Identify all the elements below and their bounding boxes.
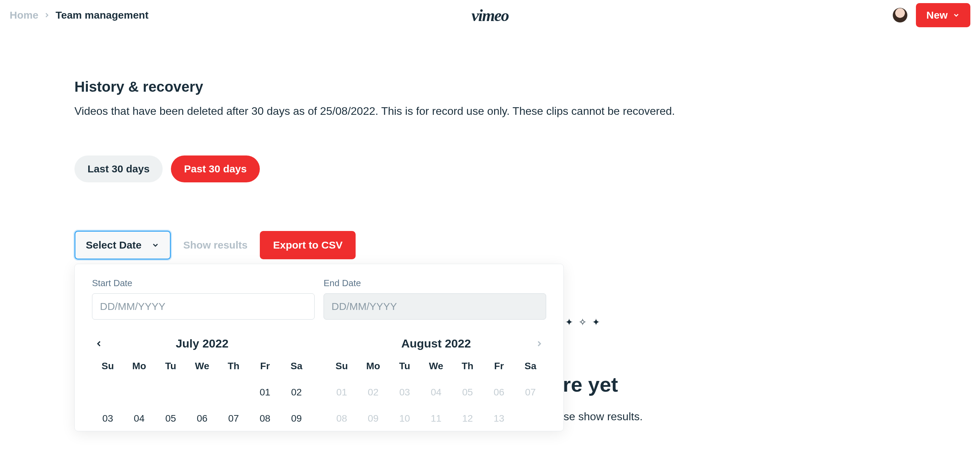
date-inputs: Start Date End Date	[92, 278, 546, 320]
calendar-day[interactable]: 06	[186, 413, 218, 424]
new-button[interactable]: New	[916, 3, 970, 27]
calendar-dow: Su	[326, 360, 357, 372]
calendar-day[interactable]: 02	[281, 387, 312, 398]
header-right: New	[892, 3, 970, 27]
chip-last-30-days[interactable]: Last 30 days	[75, 155, 163, 182]
logo[interactable]: vimeo	[471, 6, 508, 25]
main: History & recovery Videos that have been…	[0, 30, 980, 260]
calendar-right-grid: SuMoTuWeThFrSa01020304050607080910111213	[326, 360, 546, 424]
calendar-next-icon	[532, 337, 546, 351]
export-csv-button[interactable]: Export to CSV	[260, 231, 356, 259]
calendar-day: 11	[420, 413, 452, 424]
calendar-day: 01	[326, 387, 357, 398]
calendar-day[interactable]: 04	[123, 413, 155, 424]
start-date-label: Start Date	[92, 278, 315, 289]
chip-past-30-days[interactable]: Past 30 days	[171, 155, 260, 182]
avatar[interactable]	[892, 8, 908, 23]
calendar-right-title: August 2022	[401, 337, 471, 350]
calendar-dow: Su	[92, 360, 123, 372]
calendar-day: 07	[515, 387, 546, 398]
show-results-button[interactable]: Show results	[183, 239, 248, 251]
end-date-field: End Date	[324, 278, 546, 320]
calendar-left-grid: SuMoTuWeThFrSa00000000000102030405060708…	[92, 360, 312, 424]
calendar-day: 03	[389, 387, 420, 398]
end-date-label: End Date	[324, 278, 546, 289]
calendar-dow: We	[420, 360, 452, 372]
header: Home Team management vimeo New	[0, 0, 980, 30]
new-button-label: New	[926, 9, 948, 21]
select-date-button[interactable]: Select Date	[75, 231, 171, 260]
calendar-left: July 2022 SuMoTuWeThFrSa0000000000010203…	[92, 337, 312, 424]
calendar-dow: Mo	[357, 360, 389, 372]
breadcrumb: Home Team management	[10, 9, 148, 21]
breadcrumb-current: Team management	[56, 9, 148, 21]
chevron-right-icon	[43, 11, 51, 19]
calendar-day[interactable]: 01	[249, 387, 280, 398]
calendar-day: 13	[483, 413, 514, 424]
page-description: Videos that have been deleted after 30 d…	[75, 105, 905, 118]
calendar-day: 12	[452, 413, 483, 424]
calendar-day[interactable]: 05	[155, 413, 186, 424]
calendar-dow: Fr	[483, 360, 514, 372]
calendars: July 2022 SuMoTuWeThFrSa0000000000010203…	[92, 337, 546, 424]
page-title: History & recovery	[75, 78, 905, 95]
calendar-dow: Th	[218, 360, 249, 372]
calendar-day: 08	[326, 413, 357, 424]
empty-state-background: ✦ ✧ ✦ ere yet oose show results.	[551, 316, 643, 423]
sparkle-icon: ✦ ✧ ✦	[551, 316, 643, 328]
calendar-dow: Th	[452, 360, 483, 372]
calendar-day[interactable]: 03	[92, 413, 123, 424]
calendar-dow: Fr	[249, 360, 280, 372]
calendar-day[interactable]: 08	[249, 413, 280, 424]
breadcrumb-home[interactable]: Home	[10, 9, 38, 21]
calendar-dow: We	[186, 360, 218, 372]
calendar-right: August 2022 SuMoTuWeThFrSa01020304050607…	[326, 337, 546, 424]
calendar-day: 02	[357, 387, 389, 398]
start-date-field: Start Date	[92, 278, 315, 320]
start-date-input[interactable]	[92, 293, 315, 320]
date-picker-popover: Start Date End Date July 2022 Su	[75, 264, 564, 431]
empty-state-title: ere yet	[551, 373, 643, 396]
date-range-chips: Last 30 days Past 30 days	[75, 155, 905, 182]
calendar-dow: Sa	[515, 360, 546, 372]
calendar-left-title: July 2022	[176, 337, 229, 350]
calendar-day: 06	[483, 387, 514, 398]
select-date-label: Select Date	[86, 239, 142, 251]
empty-state-desc: oose show results.	[551, 410, 643, 423]
calendar-dow: Mo	[123, 360, 155, 372]
chevron-down-icon	[953, 11, 960, 19]
calendar-day: 09	[357, 413, 389, 424]
action-row: Select Date Show results Export to CSV S…	[75, 231, 905, 260]
calendar-day[interactable]: 07	[218, 413, 249, 424]
calendar-dow: Tu	[389, 360, 420, 372]
calendar-dow: Sa	[281, 360, 312, 372]
calendar-dow: Tu	[155, 360, 186, 372]
calendar-day: 04	[420, 387, 452, 398]
calendar-day: 05	[452, 387, 483, 398]
calendar-prev-icon[interactable]	[92, 337, 106, 351]
end-date-input[interactable]	[324, 293, 546, 320]
calendar-day: 10	[389, 413, 420, 424]
calendar-day[interactable]: 09	[281, 413, 312, 424]
chevron-down-icon	[151, 241, 159, 249]
